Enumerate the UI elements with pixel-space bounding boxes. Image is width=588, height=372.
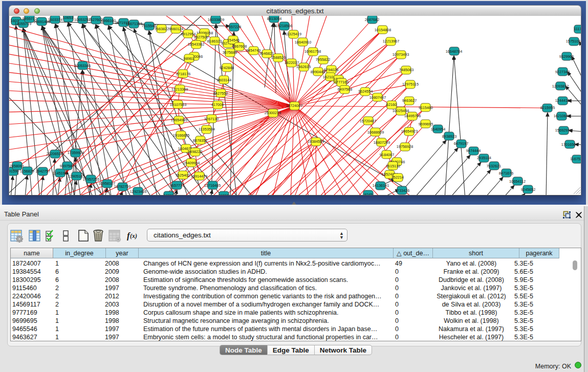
svg-text:16914479: 16914479: [191, 174, 207, 179]
svg-text:10654112: 10654112: [509, 179, 526, 184]
svg-text:9463627: 9463627: [402, 98, 417, 103]
svg-text:11552: 11552: [219, 193, 229, 195]
svg-text:3675685: 3675685: [223, 50, 237, 55]
svg-text:1167531: 1167531: [570, 157, 581, 161]
svg-text:9777169: 9777169: [334, 80, 349, 84]
svg-text:9245652: 9245652: [521, 187, 535, 192]
svg-text:19654923: 19654923: [401, 129, 418, 134]
svg-text:15751074: 15751074: [566, 39, 581, 43]
svg-text:9242848: 9242848: [220, 65, 234, 70]
svg-text:98961: 98961: [184, 56, 194, 61]
svg-text:11325419: 11325419: [285, 32, 301, 36]
svg-text:1615132: 1615132: [386, 164, 400, 168]
svg-text:19166825: 19166825: [173, 133, 189, 138]
svg-text:6794028: 6794028: [324, 68, 338, 72]
svg-text:1156829: 1156829: [20, 169, 34, 173]
svg-text:2718176: 2718176: [176, 72, 190, 76]
svg-text:15716485: 15716485: [204, 183, 221, 188]
svg-text:18724007: 18724007: [286, 103, 302, 108]
svg-text:9245: 9245: [364, 192, 373, 195]
svg-text:12213369: 12213369: [171, 87, 188, 92]
svg-text:11175: 11175: [574, 27, 581, 31]
svg-text:9474444: 9474444: [466, 148, 481, 153]
svg-text:9699695: 9699695: [419, 122, 433, 126]
svg-text:8471676: 8471676: [499, 171, 513, 176]
svg-text:(x): (x): [130, 232, 137, 239]
svg-text:10958107: 10958107: [99, 181, 115, 186]
svg-text:18495796: 18495796: [404, 114, 421, 118]
svg-text:16782759: 16782759: [114, 184, 130, 189]
svg-text:9397587: 9397587: [60, 164, 74, 168]
svg-text:16648784: 16648784: [446, 49, 462, 54]
svg-text:9660124: 9660124: [169, 27, 183, 31]
svg-text:12975115: 12975115: [402, 82, 419, 86]
svg-text:8215955: 8215955: [540, 105, 555, 110]
svg-text:8427552: 8427552: [213, 91, 228, 96]
svg-text:6479197: 6479197: [454, 141, 468, 146]
svg-text:1145194: 1145194: [53, 171, 67, 176]
svg-text:9115460: 9115460: [419, 105, 433, 110]
svg-text:10973493: 10973493: [393, 52, 409, 57]
svg-text:10301: 10301: [164, 193, 174, 195]
svg-text:25300215: 25300215: [265, 111, 281, 115]
svg-text:10025458: 10025458: [393, 108, 409, 113]
svg-text:8813054: 8813054: [267, 16, 281, 21]
svg-text:9227343: 9227343: [555, 70, 570, 74]
svg-text:1588520: 1588520: [271, 55, 286, 60]
svg-text:10653: 10653: [63, 16, 73, 20]
svg-text:8454749: 8454749: [246, 48, 260, 53]
svg-text:7485063: 7485063: [399, 68, 413, 72]
svg-text:6497568: 6497568: [338, 87, 352, 92]
svg-text:10107553: 10107553: [170, 102, 186, 107]
svg-text:12923465: 12923465: [130, 189, 146, 194]
svg-text:12905185: 12905185: [68, 174, 84, 179]
svg-text:1603374: 1603374: [48, 17, 62, 22]
svg-text:1362615: 1362615: [296, 64, 311, 69]
svg-text:252214: 252214: [391, 175, 404, 180]
svg-text:15409934: 15409934: [183, 161, 200, 165]
svg-text:16210643: 16210643: [554, 114, 570, 118]
svg-text:16033809: 16033809: [208, 17, 224, 22]
svg-text:17016504: 17016504: [561, 142, 578, 147]
svg-text:19218506: 19218506: [276, 24, 292, 28]
svg-text:7955822: 7955822: [316, 57, 330, 62]
svg-text:15692971: 15692971: [555, 128, 572, 133]
svg-text:10688609: 10688609: [367, 130, 384, 135]
svg-text:2603144: 2603144: [217, 78, 231, 82]
svg-text:9327500: 9327500: [194, 35, 208, 39]
svg-text:62160: 62160: [386, 102, 397, 107]
svg-text:5498222: 5498222: [188, 149, 202, 154]
svg-text:1733426: 1733426: [395, 188, 409, 193]
svg-text:19654985: 19654985: [171, 118, 187, 122]
svg-text:17957255: 17957255: [83, 177, 99, 182]
svg-text:12213967: 12213967: [383, 39, 399, 43]
svg-text:14136141: 14136141: [373, 183, 389, 188]
svg-text:18807249: 18807249: [374, 140, 390, 145]
svg-text:9184067: 9184067: [380, 152, 394, 157]
svg-text:16543362: 16543362: [188, 42, 204, 47]
svg-text:1640954: 1640954: [431, 127, 445, 132]
svg-text:9657771: 9657771: [170, 183, 184, 188]
svg-text:8990448: 8990448: [311, 70, 325, 74]
svg-text:9329966: 9329966: [559, 54, 574, 59]
svg-text:16671355: 16671355: [126, 21, 142, 26]
svg-text:10807487: 10807487: [369, 95, 386, 100]
svg-text:7632621: 7632621: [487, 164, 501, 168]
svg-text:2858061: 2858061: [10, 164, 24, 168]
svg-text:20206536: 20206536: [47, 151, 63, 156]
svg-text:1244415: 1244415: [555, 98, 570, 103]
svg-text:7663822: 7663822: [155, 27, 169, 31]
svg-text:10154808: 10154808: [375, 28, 391, 32]
svg-text:3624554: 3624554: [358, 89, 373, 94]
svg-text:16961758: 16961758: [304, 49, 321, 54]
svg-text:2867608: 2867608: [232, 44, 247, 49]
svg-text:12093872: 12093872: [552, 84, 569, 89]
svg-text:6966160: 6966160: [101, 18, 116, 23]
svg-text:2087682: 2087682: [365, 17, 379, 22]
svg-text:11353594: 11353594: [199, 127, 215, 132]
svg-text:7625402: 7625402: [176, 173, 190, 178]
svg-text:15720407: 15720407: [360, 119, 376, 123]
svg-text:2942757: 2942757: [36, 169, 50, 173]
svg-text:17359924: 17359924: [68, 150, 84, 155]
svg-text:417004: 417004: [211, 102, 224, 107]
